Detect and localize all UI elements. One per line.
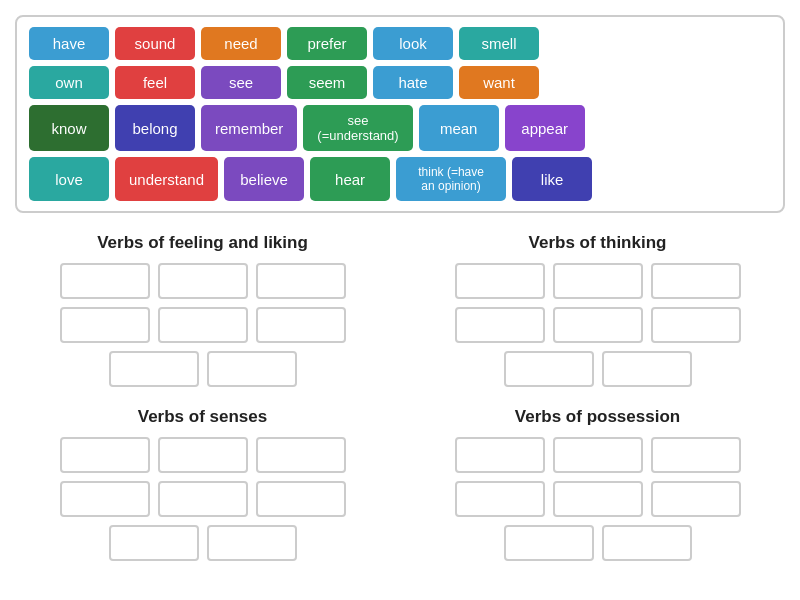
drop-box[interactable]: [455, 307, 545, 343]
tile-belong[interactable]: belong: [115, 105, 195, 151]
tile-appear[interactable]: appear: [505, 105, 585, 151]
drop-box[interactable]: [60, 437, 150, 473]
tiles-row-1: have sound need prefer look smell: [29, 27, 771, 60]
tile-sound[interactable]: sound: [115, 27, 195, 60]
drop-box[interactable]: [651, 481, 741, 517]
drop-box[interactable]: [60, 263, 150, 299]
drop-box[interactable]: [553, 307, 643, 343]
drop-rows-possession: [410, 437, 785, 561]
tiles-row-2: own feel see seem hate want: [29, 66, 771, 99]
drop-row-thinking-1: [455, 263, 741, 299]
drop-box[interactable]: [158, 307, 248, 343]
drop-box[interactable]: [158, 263, 248, 299]
tile-hear[interactable]: hear: [310, 157, 390, 201]
tile-see-understand[interactable]: see(=understand): [303, 105, 412, 151]
drop-row-feeling-2: [60, 307, 346, 343]
drop-box[interactable]: [256, 307, 346, 343]
category-senses-title: Verbs of senses: [15, 407, 390, 427]
category-senses: Verbs of senses: [15, 407, 390, 561]
drop-row-thinking-2: [455, 307, 741, 343]
category-thinking: Verbs of thinking: [410, 233, 785, 387]
tile-prefer[interactable]: prefer: [287, 27, 367, 60]
drop-box[interactable]: [158, 481, 248, 517]
category-possession-title: Verbs of possession: [410, 407, 785, 427]
tile-mean[interactable]: mean: [419, 105, 499, 151]
drop-box[interactable]: [256, 263, 346, 299]
tile-look[interactable]: look: [373, 27, 453, 60]
drop-box[interactable]: [602, 525, 692, 561]
drop-row-thinking-3: [504, 351, 692, 387]
tile-understand[interactable]: understand: [115, 157, 218, 201]
tile-like[interactable]: like: [512, 157, 592, 201]
category-possession: Verbs of possession: [410, 407, 785, 561]
drop-row-possession-3: [504, 525, 692, 561]
tile-know[interactable]: know: [29, 105, 109, 151]
drop-box[interactable]: [504, 351, 594, 387]
tiles-container: have sound need prefer look smell own fe…: [15, 15, 785, 213]
drop-box[interactable]: [158, 437, 248, 473]
drop-box[interactable]: [553, 263, 643, 299]
tile-hate[interactable]: hate: [373, 66, 453, 99]
tile-believe[interactable]: believe: [224, 157, 304, 201]
tile-smell[interactable]: smell: [459, 27, 539, 60]
categories-area: Verbs of feeling and liking Verbs of thi…: [15, 233, 785, 581]
drop-rows-senses: [15, 437, 390, 561]
drop-rows-feeling: [15, 263, 390, 387]
drop-box[interactable]: [651, 437, 741, 473]
tile-own[interactable]: own: [29, 66, 109, 99]
category-feeling-title: Verbs of feeling and liking: [15, 233, 390, 253]
drop-box[interactable]: [455, 263, 545, 299]
drop-box[interactable]: [455, 481, 545, 517]
drop-row-possession-1: [455, 437, 741, 473]
tile-think-opinion[interactable]: think (=havean opinion): [396, 157, 506, 201]
drop-row-senses-3: [109, 525, 297, 561]
drop-box[interactable]: [256, 481, 346, 517]
drop-box[interactable]: [602, 351, 692, 387]
tile-love[interactable]: love: [29, 157, 109, 201]
drop-box[interactable]: [207, 351, 297, 387]
tile-see[interactable]: see: [201, 66, 281, 99]
drop-box[interactable]: [60, 481, 150, 517]
category-thinking-title: Verbs of thinking: [410, 233, 785, 253]
drop-box[interactable]: [60, 307, 150, 343]
drop-box[interactable]: [553, 481, 643, 517]
drop-row-senses-2: [60, 481, 346, 517]
drop-box[interactable]: [553, 437, 643, 473]
tiles-row-3: know belong remember see(=understand) me…: [29, 105, 771, 151]
drop-box[interactable]: [207, 525, 297, 561]
drop-box[interactable]: [455, 437, 545, 473]
tile-remember[interactable]: remember: [201, 105, 297, 151]
drop-box[interactable]: [651, 263, 741, 299]
drop-rows-thinking: [410, 263, 785, 387]
drop-box[interactable]: [109, 525, 199, 561]
tile-have[interactable]: have: [29, 27, 109, 60]
drop-row-feeling-1: [60, 263, 346, 299]
drop-row-feeling-3: [109, 351, 297, 387]
category-feeling: Verbs of feeling and liking: [15, 233, 390, 387]
drop-row-senses-1: [60, 437, 346, 473]
tile-seem[interactable]: seem: [287, 66, 367, 99]
drop-box[interactable]: [504, 525, 594, 561]
tile-need[interactable]: need: [201, 27, 281, 60]
drop-row-possession-2: [455, 481, 741, 517]
drop-box[interactable]: [109, 351, 199, 387]
drop-box[interactable]: [256, 437, 346, 473]
tile-want[interactable]: want: [459, 66, 539, 99]
drop-box[interactable]: [651, 307, 741, 343]
tile-feel[interactable]: feel: [115, 66, 195, 99]
tiles-row-4: love understand believe hear think (=hav…: [29, 157, 771, 201]
